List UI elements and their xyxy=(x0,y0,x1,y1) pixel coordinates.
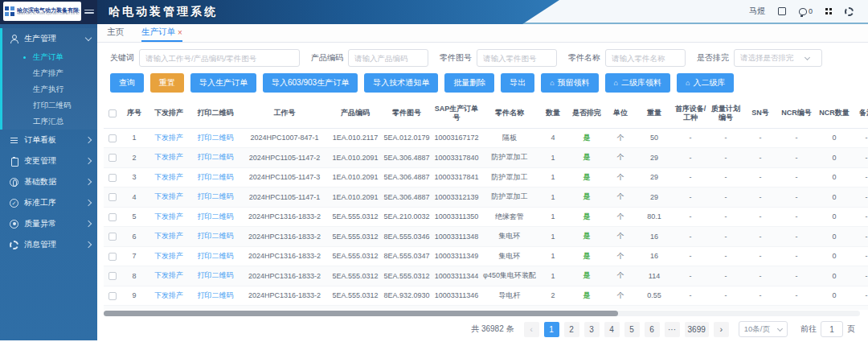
cell-print[interactable]: 打印二维码 xyxy=(190,266,240,286)
cell-qty: 1 xyxy=(538,148,568,168)
column-header-打印二维码: 打印二维码 xyxy=(190,99,240,128)
sidebar-item-标准工序[interactable]: 标准工序 xyxy=(0,192,97,213)
sidebar-item-变更管理[interactable]: 变更管理 xyxy=(0,150,97,171)
cell-print[interactable]: 打印二维码 xyxy=(190,286,240,306)
row-checkbox[interactable] xyxy=(108,272,117,280)
chevron-right-icon xyxy=(85,200,92,206)
零件名称-input[interactable] xyxy=(605,49,686,67)
apps-grid-icon[interactable] xyxy=(825,8,832,14)
是否排完-select[interactable]: 请选择是否排完 xyxy=(734,49,822,67)
row-checkbox[interactable] xyxy=(108,193,117,201)
cell-issue[interactable]: 下发排产 xyxy=(147,148,190,168)
cell-part_no: 5EA.555.0312 xyxy=(382,266,432,286)
cell-issue[interactable]: 下发排产 xyxy=(147,128,190,148)
prev-page-button[interactable]: ‹ xyxy=(524,322,539,337)
goto-page-input[interactable] xyxy=(821,321,843,337)
导入603/903生产订单-button[interactable]: 导入603/903生产订单 xyxy=(263,73,358,93)
关键词-input[interactable] xyxy=(139,49,300,67)
查询-button[interactable]: 查询 xyxy=(110,73,144,93)
sidebar-item-订单看板[interactable]: 订单看板 xyxy=(0,130,97,150)
tab-主页[interactable]: 主页 xyxy=(107,24,124,42)
sidebar-subitem-生产排产[interactable]: 生产排产 xyxy=(2,65,97,81)
select-all-checkbox-cell xyxy=(104,99,121,128)
sidebar-item-质量异常[interactable]: 质量异常 xyxy=(0,213,97,234)
cell-print[interactable]: 打印二维码 xyxy=(190,128,240,148)
cell-issue[interactable]: 下发排产 xyxy=(147,227,190,247)
cell-print[interactable]: 打印二维码 xyxy=(190,306,240,311)
row-checkbox[interactable] xyxy=(108,233,117,241)
cell-issue[interactable]: 下发排产 xyxy=(147,286,190,306)
批量删除-button[interactable]: 批量删除 xyxy=(444,73,494,93)
产品编码-input[interactable] xyxy=(348,49,428,67)
row-checkbox[interactable] xyxy=(108,253,117,261)
cell-first_eq: - xyxy=(673,266,708,286)
tab-生产订单[interactable]: 生产订单× xyxy=(141,24,182,42)
row-checkbox[interactable] xyxy=(108,174,117,182)
cell-print[interactable]: 打印二维码 xyxy=(190,227,240,247)
二级库领料-button[interactable]: ⌂二级库领料 xyxy=(605,73,670,93)
goto-page: 前往页 xyxy=(800,321,855,337)
page-size-select[interactable]: 10条/页 xyxy=(739,321,788,337)
cell-issue[interactable]: 下发排产 xyxy=(147,266,190,286)
page-button-4[interactable]: 4 xyxy=(604,322,620,337)
horizontal-scrollbar[interactable] xyxy=(104,311,860,316)
cell-product_code: 1EA.010.2091 xyxy=(329,167,382,187)
button-label: 导出 xyxy=(510,77,526,89)
page-button-5[interactable]: 5 xyxy=(624,322,640,337)
入二级库-button[interactable]: ⌂入二级库 xyxy=(677,73,734,93)
page-button-2[interactable]: 2 xyxy=(564,322,579,337)
cell-issue[interactable]: 下发排产 xyxy=(147,306,190,311)
next-page-button[interactable]: › xyxy=(714,322,729,337)
sidebar-subitem-生产订单[interactable]: 生产订单 xyxy=(2,49,97,65)
导出-button[interactable]: 导出 xyxy=(501,73,534,93)
cell-print[interactable]: 打印二维码 xyxy=(190,148,240,168)
sidebar-collapse-icon[interactable] xyxy=(84,10,94,14)
cell-unit: 个 xyxy=(605,148,636,168)
cell-issue[interactable]: 下发排产 xyxy=(147,207,190,227)
page-button-3699[interactable]: 3699 xyxy=(685,322,709,337)
cell-print[interactable]: 打印二维码 xyxy=(190,207,240,227)
settings-gear-icon[interactable] xyxy=(845,7,854,16)
sidebar-group: 质量异常 xyxy=(0,213,97,234)
row-checkbox[interactable] xyxy=(108,154,117,162)
user-name[interactable]: 马煜 xyxy=(749,6,765,17)
page-button-6[interactable]: 6 xyxy=(645,322,660,337)
cell-remark: - xyxy=(853,148,868,168)
row-checkbox[interactable] xyxy=(108,134,117,142)
导入技术通知单-button[interactable]: 导入技术通知单 xyxy=(364,73,438,93)
page-button-1[interactable]: 1 xyxy=(544,322,559,337)
重置-button[interactable]: 重置 xyxy=(150,73,184,93)
fullscreen-icon[interactable] xyxy=(778,7,786,15)
预留领料-button[interactable]: ⌂预留领料 xyxy=(541,73,598,93)
零件图号-input[interactable] xyxy=(477,49,557,67)
sidebar-item-生产管理[interactable]: 生产管理 xyxy=(2,28,97,49)
select-all-checkbox[interactable] xyxy=(108,109,117,117)
cell-sap_no: 10003311350 xyxy=(432,207,481,227)
page-button-3[interactable]: 3 xyxy=(584,322,600,337)
cell-print[interactable]: 打印二维码 xyxy=(190,167,240,187)
sidebar-subitem-打印二维码[interactable]: 打印二维码 xyxy=(2,97,97,113)
row-checkbox[interactable] xyxy=(108,292,117,300)
cell-issue[interactable]: 下发排产 xyxy=(147,246,190,266)
notification-bell-icon[interactable]: 0 xyxy=(799,7,813,15)
sidebar-item-消息管理[interactable]: 消息管理 xyxy=(0,234,97,255)
sidebar-subitem-生产执行[interactable]: 生产执行 xyxy=(2,81,97,97)
cell-print[interactable]: 打印二维码 xyxy=(190,187,240,208)
row-checkbox[interactable] xyxy=(108,213,117,221)
cell-weight: 29 xyxy=(636,167,673,187)
导入生产订单-button[interactable]: 导入生产订单 xyxy=(190,73,256,93)
cell-issue[interactable]: 下发排产 xyxy=(147,167,190,187)
cell-issue[interactable]: 下发排产 xyxy=(147,187,190,208)
cell-print[interactable]: 打印二维码 xyxy=(190,246,240,266)
scrollbar-thumb[interactable] xyxy=(104,311,618,316)
cell-part_name: φ450集电环装配 xyxy=(481,266,538,286)
sidebar-item-基础数据[interactable]: 基础数据 xyxy=(0,171,97,192)
tab-close-icon[interactable]: × xyxy=(178,28,182,37)
cell-quality_plan_no: - xyxy=(708,246,743,266)
button-label: 查询 xyxy=(119,77,135,89)
cell-weight: 0.34 xyxy=(636,306,673,311)
sidebar-subitem-工序汇总[interactable]: 工序汇总 xyxy=(2,113,97,130)
cell-first_eq: - xyxy=(673,207,708,227)
cell-ncr_qty: 0 xyxy=(816,128,853,148)
cell-first_eq: - xyxy=(673,246,708,266)
